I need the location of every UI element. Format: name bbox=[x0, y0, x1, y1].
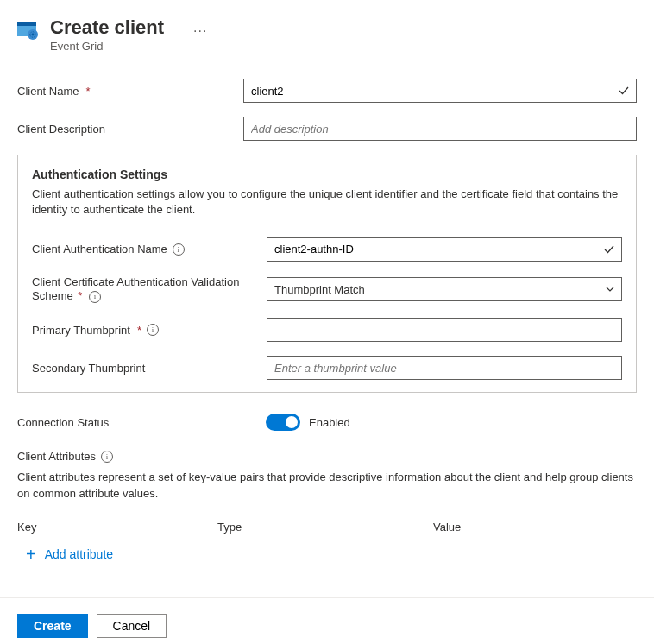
auth-section-description: Client authentication settings allow you… bbox=[32, 186, 622, 218]
svg-rect-1 bbox=[17, 22, 36, 26]
add-attribute-button[interactable]: + Add attribute bbox=[26, 546, 637, 563]
svg-point-4 bbox=[32, 34, 35, 36]
required-indicator: * bbox=[78, 289, 82, 302]
blade-header: Create client Event Grid ··· bbox=[17, 17, 637, 53]
required-indicator: * bbox=[86, 85, 91, 98]
attributes-table-header: Key Type Value bbox=[17, 521, 637, 534]
client-name-input[interactable] bbox=[243, 79, 637, 103]
primary-thumbprint-label: Primary Thumbprint bbox=[32, 324, 130, 337]
primary-thumbprint-input[interactable] bbox=[267, 318, 622, 342]
auth-name-label: Client Authentication Name bbox=[32, 243, 167, 256]
page-title: Create client bbox=[50, 17, 164, 38]
info-icon[interactable]: i bbox=[89, 291, 101, 303]
create-button[interactable]: Create bbox=[17, 614, 88, 638]
auth-name-input[interactable] bbox=[267, 237, 622, 262]
auth-section-title: Authentication Settings bbox=[32, 167, 622, 181]
footer-actions: Create Cancel bbox=[0, 597, 654, 638]
page-subtitle: Event Grid bbox=[50, 40, 164, 53]
validation-scheme-label: Client Certificate Authentication Valida… bbox=[32, 275, 239, 303]
client-description-label: Client Description bbox=[17, 123, 105, 136]
connection-status-label: Connection Status bbox=[17, 416, 109, 429]
attr-col-type: Type bbox=[217, 521, 433, 534]
attr-col-key: Key bbox=[17, 521, 217, 534]
client-description-input[interactable] bbox=[243, 117, 637, 141]
attr-col-value: Value bbox=[433, 521, 637, 534]
secondary-thumbprint-label: Secondary Thumbprint bbox=[32, 362, 145, 375]
client-resource-icon bbox=[17, 21, 41, 41]
connection-status-toggle[interactable] bbox=[266, 414, 300, 431]
authentication-settings-section: Authentication Settings Client authentic… bbox=[17, 155, 637, 393]
client-attributes-label: Client Attributes bbox=[17, 450, 96, 463]
info-icon[interactable]: i bbox=[147, 324, 159, 336]
info-icon[interactable]: i bbox=[173, 243, 185, 256]
cancel-button[interactable]: Cancel bbox=[97, 614, 167, 638]
client-name-label: Client Name bbox=[17, 85, 79, 98]
validation-scheme-select[interactable]: Thumbprint Match bbox=[267, 277, 622, 301]
secondary-thumbprint-input[interactable] bbox=[267, 356, 622, 380]
plus-icon: + bbox=[26, 546, 36, 563]
validation-scheme-value: Thumbprint Match bbox=[274, 283, 365, 296]
client-attributes-description: Client attributes represent a set of key… bbox=[17, 470, 637, 501]
add-attribute-label: Add attribute bbox=[45, 547, 113, 561]
required-indicator: * bbox=[137, 324, 141, 337]
more-menu-button[interactable]: ··· bbox=[188, 22, 212, 40]
info-icon[interactable]: i bbox=[101, 451, 113, 463]
connection-status-value: Enabled bbox=[309, 416, 350, 429]
